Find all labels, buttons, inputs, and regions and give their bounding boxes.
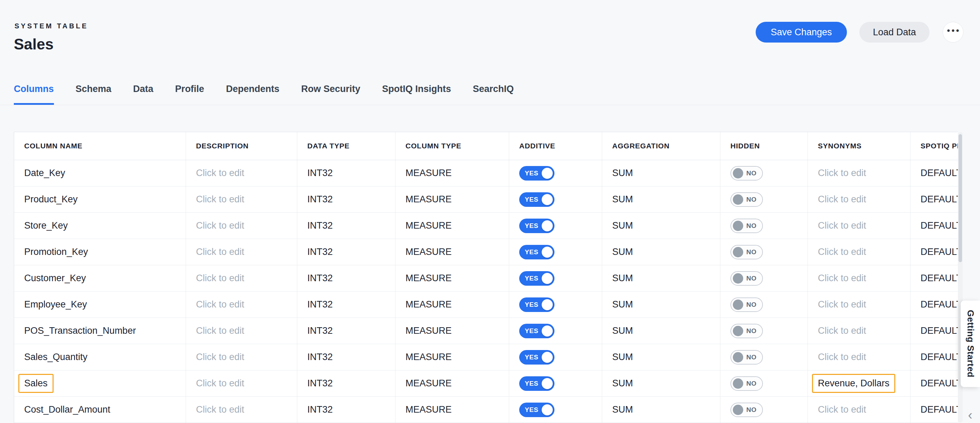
hidden-toggle[interactable]: NO xyxy=(730,271,763,286)
synonyms-value[interactable]: Click to edit xyxy=(818,220,866,231)
tab-profile[interactable]: Profile xyxy=(175,82,204,105)
tab-row-security[interactable]: Row Security xyxy=(301,82,360,105)
additive-toggle[interactable]: YES xyxy=(519,402,554,417)
synonyms-value[interactable]: Click to edit xyxy=(818,404,866,415)
scrollbar-thumb[interactable] xyxy=(959,134,962,262)
spotiq-preference-cell[interactable]: DEFAULT xyxy=(910,160,958,186)
synonyms-value[interactable]: Click to edit xyxy=(818,168,866,179)
description-cell[interactable]: Click to edit xyxy=(186,187,297,212)
aggregation-cell[interactable]: SUM xyxy=(602,187,721,212)
description-value[interactable]: Click to edit xyxy=(196,404,244,415)
description-cell[interactable]: Click to edit xyxy=(186,397,297,423)
synonyms-cell[interactable]: Click to edit xyxy=(808,160,910,186)
synonyms-value[interactable]: Click to edit xyxy=(818,194,866,205)
additive-toggle[interactable]: YES xyxy=(519,166,554,180)
additive-toggle[interactable]: YES xyxy=(519,324,554,338)
description-value[interactable]: Click to edit xyxy=(196,168,244,179)
tab-data[interactable]: Data xyxy=(133,82,153,105)
column-type-cell[interactable]: MEASURE xyxy=(395,292,509,318)
additive-toggle[interactable]: YES xyxy=(519,245,554,259)
additive-toggle[interactable]: YES xyxy=(519,350,554,364)
tab-dependents[interactable]: Dependents xyxy=(226,82,280,105)
column-type-cell[interactable]: MEASURE xyxy=(395,397,509,423)
hidden-toggle[interactable]: NO xyxy=(730,324,763,338)
aggregation-cell[interactable]: SUM xyxy=(602,160,721,186)
hidden-toggle[interactable]: NO xyxy=(730,297,763,312)
aggregation-cell[interactable]: SUM xyxy=(602,397,721,423)
column-type-cell[interactable]: MEASURE xyxy=(395,160,509,186)
synonyms-cell[interactable]: Click to edit xyxy=(808,344,910,370)
synonyms-value[interactable]: Click to edit xyxy=(818,273,866,284)
spotiq-preference-cell[interactable]: DEFAULT xyxy=(910,239,958,265)
description-cell[interactable]: Click to edit xyxy=(186,370,297,396)
column-type-cell[interactable]: MEASURE xyxy=(395,239,509,265)
description-value[interactable]: Click to edit xyxy=(196,247,244,257)
description-cell[interactable]: Click to edit xyxy=(186,344,297,370)
spotiq-preference-cell[interactable]: DEFAULT xyxy=(910,265,958,291)
description-value[interactable]: Click to edit xyxy=(196,194,244,205)
hidden-toggle[interactable]: NO xyxy=(730,376,763,391)
synonyms-value[interactable]: Click to edit xyxy=(818,299,866,310)
hidden-toggle[interactable]: NO xyxy=(730,245,763,259)
description-cell[interactable]: Click to edit xyxy=(186,213,297,239)
hidden-toggle[interactable]: NO xyxy=(730,166,763,180)
aggregation-cell[interactable]: SUM xyxy=(602,344,721,370)
spotiq-preference-cell[interactable]: DEFAULT xyxy=(910,397,958,423)
save-changes-button[interactable]: Save Changes xyxy=(756,22,847,43)
getting-started-tab[interactable]: Getting Started xyxy=(961,300,980,387)
spotiq-preference-cell[interactable]: DEFAULT xyxy=(910,344,958,370)
collapse-chevron-icon[interactable]: ‹ xyxy=(968,409,972,421)
spotiq-preference-cell[interactable]: DEFAULT xyxy=(910,370,958,396)
more-options-button[interactable]: ••• xyxy=(943,22,963,43)
column-type-cell[interactable]: MEASURE xyxy=(395,370,509,396)
description-cell[interactable]: Click to edit xyxy=(186,265,297,291)
synonyms-cell[interactable]: Click to edit xyxy=(808,213,910,239)
column-type-cell[interactable]: MEASURE xyxy=(395,344,509,370)
additive-toggle[interactable]: YES xyxy=(519,297,554,312)
description-cell[interactable]: Click to edit xyxy=(186,318,297,344)
load-data-button[interactable]: Load Data xyxy=(859,22,929,43)
column-type-cell[interactable]: MEASURE xyxy=(395,187,509,212)
column-type-cell[interactable]: MEASURE xyxy=(395,265,509,291)
synonyms-cell[interactable]: Click to edit xyxy=(808,397,910,423)
aggregation-cell[interactable]: SUM xyxy=(602,239,721,265)
description-cell[interactable]: Click to edit xyxy=(186,160,297,186)
spotiq-preference-cell[interactable]: DEFAULT xyxy=(910,318,958,344)
synonyms-cell[interactable]: Click to edit xyxy=(808,265,910,291)
synonyms-cell[interactable]: Click to edit xyxy=(808,239,910,265)
tab-schema[interactable]: Schema xyxy=(76,82,111,105)
spotiq-preference-cell[interactable]: DEFAULT xyxy=(910,187,958,212)
aggregation-cell[interactable]: SUM xyxy=(602,265,721,291)
synonyms-value[interactable]: Click to edit xyxy=(818,352,866,362)
hidden-toggle[interactable]: NO xyxy=(730,192,763,207)
description-cell[interactable]: Click to edit xyxy=(186,239,297,265)
synonyms-cell[interactable]: Revenue, Dollars xyxy=(808,370,910,396)
synonyms-cell[interactable]: Click to edit xyxy=(808,318,910,344)
description-value[interactable]: Click to edit xyxy=(196,352,244,362)
tab-columns[interactable]: Columns xyxy=(14,82,54,105)
description-cell[interactable]: Click to edit xyxy=(186,292,297,318)
hidden-toggle[interactable]: NO xyxy=(730,402,763,417)
additive-toggle[interactable]: YES xyxy=(519,376,554,391)
hidden-toggle[interactable]: NO xyxy=(730,350,763,364)
tab-spotiq-insights[interactable]: SpotIQ Insights xyxy=(382,82,451,105)
description-value[interactable]: Click to edit xyxy=(196,220,244,231)
additive-toggle[interactable]: YES xyxy=(519,219,554,233)
aggregation-cell[interactable]: SUM xyxy=(602,318,721,344)
tab-searchiq[interactable]: SearchIQ xyxy=(473,82,514,105)
description-value[interactable]: Click to edit xyxy=(196,273,244,284)
aggregation-cell[interactable]: SUM xyxy=(602,213,721,239)
synonyms-cell[interactable]: Click to edit xyxy=(808,187,910,212)
spotiq-preference-cell[interactable]: DEFAULT xyxy=(910,213,958,239)
synonyms-cell[interactable]: Click to edit xyxy=(808,292,910,318)
spotiq-preference-cell[interactable]: DEFAULT xyxy=(910,292,958,318)
additive-toggle[interactable]: YES xyxy=(519,271,554,286)
aggregation-cell[interactable]: SUM xyxy=(602,370,721,396)
description-value[interactable]: Click to edit xyxy=(196,326,244,336)
description-value[interactable]: Click to edit xyxy=(196,299,244,310)
description-value[interactable]: Click to edit xyxy=(196,378,244,389)
hidden-toggle[interactable]: NO xyxy=(730,219,763,233)
synonyms-value[interactable]: Click to edit xyxy=(818,247,866,257)
column-type-cell[interactable]: MEASURE xyxy=(395,318,509,344)
synonyms-value[interactable]: Click to edit xyxy=(818,326,866,336)
